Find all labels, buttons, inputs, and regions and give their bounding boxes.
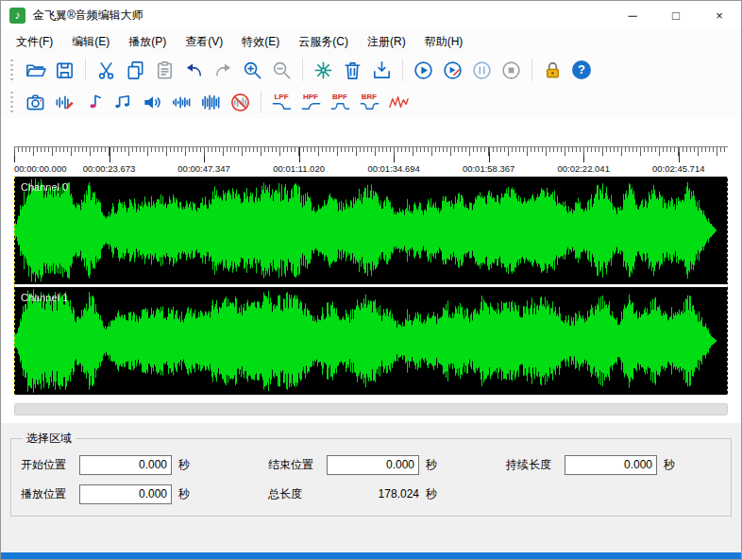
selection-marker-right[interactable] [727, 177, 728, 395]
trash-icon [342, 59, 363, 81]
selection-marker-left[interactable] [14, 177, 15, 395]
hpf-label: HPF [303, 93, 318, 101]
save-icon [54, 59, 76, 81]
window-title: 金飞翼®音频编辑大师 [33, 8, 143, 24]
mute-icon [229, 92, 251, 113]
spectrum-icon [388, 92, 410, 113]
total-length-field: 总长度 178.024 秒 [268, 484, 506, 504]
menu-edit[interactable]: 编辑(E) [62, 29, 119, 54]
toolbar-separator [402, 59, 403, 81]
mute-button[interactable] [226, 88, 254, 116]
zoom-out-icon [271, 59, 293, 81]
close-button[interactable]: × [698, 1, 741, 29]
lock-button[interactable] [538, 56, 566, 84]
hpf-filter-button[interactable]: HPF [296, 87, 325, 117]
brf-label: BRF [362, 93, 377, 101]
brf-curve-icon [359, 101, 380, 111]
toolbar-grip[interactable] [10, 92, 13, 112]
selection-group: 选择区域 开始位置 秒 结束位置 秒 持续长度 秒 播 [10, 431, 732, 517]
lock-icon [542, 59, 564, 81]
total-length-unit: 秒 [426, 486, 437, 502]
timeline-label: 00:02:45.714 [652, 163, 704, 174]
play-position-input[interactable] [79, 484, 172, 504]
undo-button[interactable] [179, 56, 208, 84]
menu-play[interactable]: 播放(P) [119, 29, 176, 54]
toolbar-separator [531, 59, 532, 81]
title-bar: ♪ 金飞翼®音频编辑大师 ─ □ × [1, 1, 741, 29]
export-button[interactable] [367, 56, 396, 84]
total-length-label: 总长度 [268, 486, 327, 502]
start-position-input[interactable] [79, 455, 172, 475]
app-window: ♪ 金飞翼®音频编辑大师 ─ □ × 文件(F) 编辑(E) 播放(P) 查看(… [0, 0, 742, 560]
scrollbar-thumb[interactable] [15, 404, 727, 415]
total-length-value: 178.024 [327, 487, 419, 501]
save-button[interactable] [50, 56, 78, 84]
play-button[interactable] [409, 56, 437, 84]
pause-button[interactable] [467, 56, 496, 84]
copy-button[interactable] [121, 56, 149, 84]
end-position-field: 结束位置 秒 [268, 454, 506, 475]
open-button[interactable] [21, 56, 49, 84]
channel-0-label: Channel 0 [21, 181, 68, 193]
timeline-label: 00:00:00.000 [14, 163, 66, 174]
hpf-curve-icon [300, 101, 322, 111]
waveform-large-button[interactable] [196, 88, 225, 116]
minimize-button[interactable]: ─ [611, 1, 654, 29]
start-position-field: 开始位置 秒 [21, 454, 268, 475]
stop-button[interactable] [497, 56, 525, 84]
timeline-label: 00:01:11.020 [273, 163, 325, 174]
horizontal-scrollbar[interactable] [14, 403, 728, 416]
bpf-filter-button[interactable]: BPF [326, 87, 354, 117]
duration-input[interactable] [565, 455, 657, 475]
music-notes-button[interactable] [109, 88, 137, 116]
menu-view[interactable]: 查看(V) [176, 29, 232, 54]
play-file-icon [442, 59, 464, 81]
edit-audio-button[interactable] [50, 88, 78, 116]
start-position-label: 开始位置 [21, 457, 79, 473]
help-icon: ? [572, 60, 591, 79]
timeline-label: 00:02:22.041 [557, 163, 609, 174]
toolbar-grip[interactable] [10, 59, 13, 80]
toolbar-separator [85, 59, 86, 81]
mix-paste-button[interactable] [309, 56, 337, 84]
waveform-canvas-1[interactable] [14, 287, 728, 395]
zoom-in-button[interactable] [238, 56, 266, 84]
cut-button[interactable] [92, 56, 120, 84]
speaker-button[interactable] [138, 88, 166, 116]
menu-effects[interactable]: 特效(E) [232, 29, 289, 54]
spectrum-button[interactable] [384, 88, 413, 116]
paste-button[interactable] [150, 56, 178, 84]
help-button[interactable]: ? [567, 56, 596, 84]
menu-cloud[interactable]: 云服务(C) [289, 29, 358, 54]
window-accent-strip [1, 552, 741, 559]
end-position-label: 结束位置 [268, 457, 327, 473]
lpf-filter-button[interactable]: LPF [267, 87, 295, 117]
play-position-unit: 秒 [178, 486, 190, 502]
timeline-ruler[interactable]: 00:00:00.00000:00:23.67300:00:47.34700:0… [14, 146, 728, 177]
brf-filter-button[interactable]: BRF [355, 87, 383, 117]
zoom-out-button[interactable] [267, 56, 295, 84]
music-note-button[interactable] [79, 88, 108, 116]
maximize-button[interactable]: □ [654, 1, 698, 29]
play-position-field: 播放位置 秒 [21, 484, 268, 504]
selection-panel: 选择区域 开始位置 秒 结束位置 秒 持续长度 秒 播 [1, 423, 741, 552]
waveform-small-button[interactable] [167, 88, 195, 116]
end-position-input[interactable] [327, 455, 419, 475]
play-file-button[interactable] [438, 56, 466, 84]
ruler-ticks [14, 146, 728, 162]
lpf-curve-icon [271, 101, 293, 111]
record-device-button[interactable] [21, 88, 49, 116]
waveform-canvas-0[interactable] [14, 177, 728, 284]
app-icon: ♪ [9, 8, 25, 24]
zoom-in-icon [242, 59, 263, 81]
menu-help[interactable]: 帮助(H) [415, 29, 473, 54]
menu-register[interactable]: 注册(R) [358, 29, 415, 54]
undo-icon [183, 59, 205, 81]
menu-file[interactable]: 文件(F) [7, 29, 62, 54]
ruler-labels: 00:00:00.00000:00:23.67300:00:47.34700:0… [14, 162, 728, 177]
start-position-unit: 秒 [178, 457, 190, 473]
redo-button[interactable] [209, 56, 237, 84]
delete-button[interactable] [338, 56, 366, 84]
waveform-large-icon [200, 92, 222, 113]
open-folder-icon [25, 59, 46, 81]
